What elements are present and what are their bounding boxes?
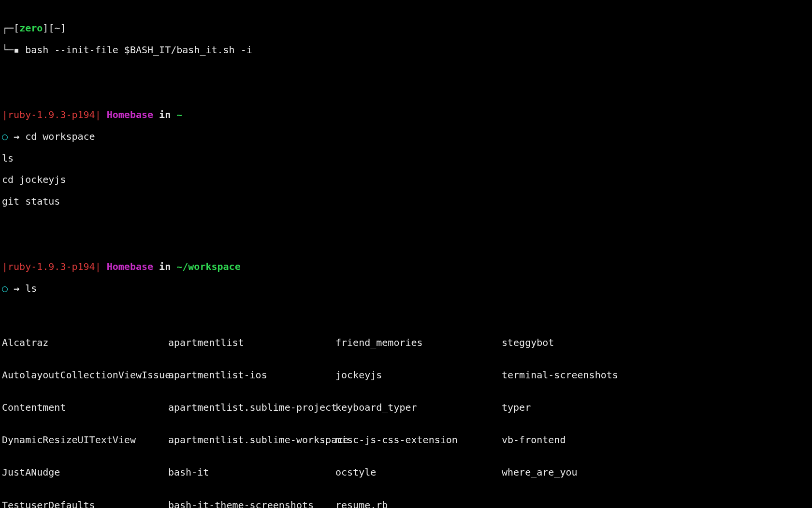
list-item: TestuserDefaults [2,500,168,508]
command-text: cd workspace [25,131,95,142]
list-item: resume.rb [335,500,502,508]
command-text: bash --init-file $BASH_IT/bash_it.sh -i [25,44,252,56]
host-label: Homebase [107,109,153,120]
history-line: ls [2,153,810,164]
prompt-line: |ruby-1.9.3-p194| Homebase in ~ [2,109,810,120]
terminal-output[interactable]: ┌─[zero][~] └─▪ bash --init-file $BASH_I… [0,0,812,508]
circle-icon: ○ [2,283,8,294]
ls-column: Alcatraz AutolayoutCollectionViewIssue C… [2,315,168,508]
host-label: Homebase [107,261,153,272]
ruby-version: |ruby-1.9.3-p194| [2,261,101,272]
list-item: friend_memories [335,337,502,348]
hostname: zero [19,22,43,34]
ls-output: Alcatraz AutolayoutCollectionViewIssue C… [2,315,810,508]
ruby-version: |ruby-1.9.3-p194| [2,109,101,120]
path: ~ [176,109,182,120]
circle-icon: ○ [2,131,8,142]
list-item: misc-js-css-extension [335,434,502,445]
zsh-prompt-top: ┌─[zero][~] [2,23,810,33]
list-item: keyboard_typer [335,402,502,413]
list-item: jockeyjs [335,370,502,380]
path: ~/workspace [176,261,240,272]
list-item: Alcatraz [2,337,168,348]
list-item: apartmentlist [168,337,335,348]
list-item: steggybot [502,337,810,348]
prompt-cmd-line: ○ → cd workspace [2,131,810,142]
list-item: apartmentlist-ios [168,370,335,380]
list-item: AutolayoutCollectionViewIssue [2,370,168,380]
list-item: terminal-screenshots [502,370,810,380]
ls-column: apartmentlist apartmentlist-ios apartmen… [168,315,335,508]
list-item: apartmentlist.sublime-workspace [168,434,335,445]
ls-column: friend_memories jockeyjs keyboard_typer … [335,315,502,508]
ls-column: steggybot terminal-screenshots typer vb-… [502,315,810,508]
command-text: ls [25,283,37,294]
history-line: cd jockeyjs [2,174,810,185]
prompt-line: |ruby-1.9.3-p194| Homebase in ~/workspac… [2,261,810,272]
zsh-prompt-bottom: └─▪ bash --init-file $BASH_IT/bash_it.sh… [2,45,810,55]
list-item: vb-frontend [502,434,810,445]
cwd-tilde: ~ [54,22,60,34]
list-item: ocstyle [335,467,502,478]
prompt-cmd-line: ○ → ls [2,283,810,294]
list-item: DynamicResizeUITextView [2,434,168,445]
list-item: bash-it [168,467,335,478]
list-item: apartmentlist.sublime-project [168,402,335,413]
list-item: where_are_you [502,467,810,478]
list-item: Contentment [2,402,168,413]
list-item: typer [502,402,810,413]
list-item: JustANudge [2,467,168,478]
list-item: bash-it-theme-screenshots [168,500,335,508]
history-line: git status [2,196,810,207]
